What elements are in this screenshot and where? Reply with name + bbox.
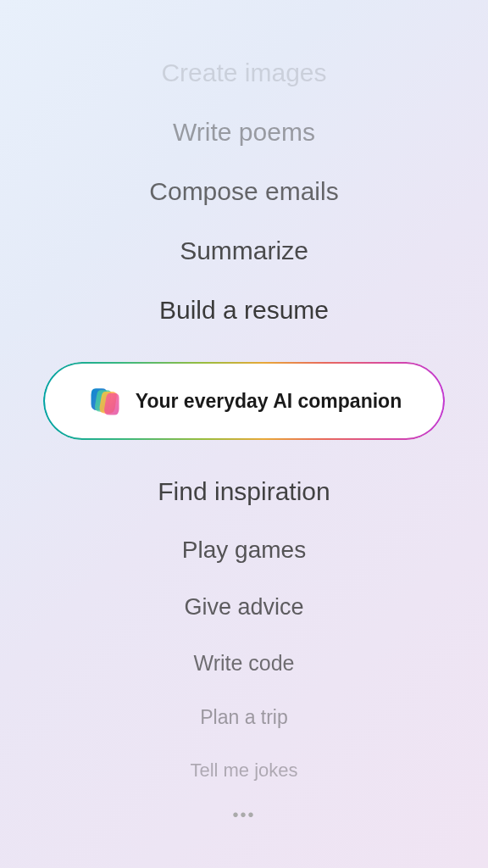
suggestion-tell-jokes[interactable]: Tell me jokes [190, 760, 297, 782]
suggestion-write-code[interactable]: Write code [193, 651, 294, 676]
suggestion-find-inspiration[interactable]: Find inspiration [158, 477, 330, 506]
suggestion-give-advice[interactable]: Give advice [184, 594, 303, 620]
companion-label: Your everyday AI companion [136, 390, 402, 413]
suggestion-play-games[interactable]: Play games [182, 537, 306, 564]
suggestion-plan-trip[interactable]: Plan a trip [200, 706, 288, 729]
copilot-icon [86, 382, 124, 420]
companion-button[interactable]: Your everyday AI companion [45, 364, 443, 438]
suggestion-write-poems[interactable]: Write poems [173, 118, 315, 147]
suggestion-summarize[interactable]: Summarize [180, 236, 308, 265]
ellipsis-icon: ••• [232, 805, 255, 825]
suggestion-build-resume[interactable]: Build a resume [159, 296, 329, 325]
suggestion-compose-emails[interactable]: Compose emails [149, 177, 338, 206]
suggestions-list: Create images Write poems Compose emails… [0, 43, 488, 825]
suggestion-create-images[interactable]: Create images [161, 58, 326, 87]
